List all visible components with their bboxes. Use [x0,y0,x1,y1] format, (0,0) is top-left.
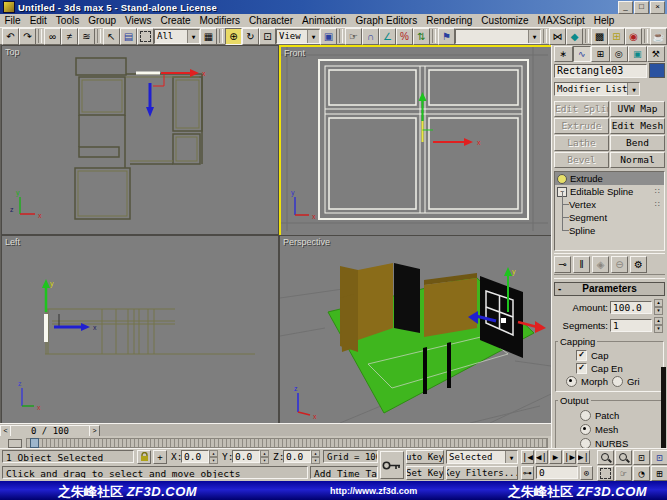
previous-frame-icon[interactable]: ◀| [535,450,548,464]
cap-end-option[interactable]: ✓ Cap En [576,363,661,374]
cap-start-option[interactable]: ✓ Cap [576,350,661,361]
redo-icon[interactable]: ↷ [19,28,36,45]
frame-marker[interactable] [30,438,39,448]
select-by-name-icon[interactable]: ▤ [120,28,137,45]
select-and-scale-icon[interactable]: ⊡ [259,28,276,45]
menu-animation[interactable]: Animation [298,15,351,27]
z-coordinate-field[interactable]: 0.0 [283,450,311,463]
rectangular-selection-region-icon[interactable] [137,28,154,45]
mirror-icon[interactable]: ⋈ [549,28,566,45]
y-coordinate-field[interactable]: 0.0 [232,450,260,463]
auto-key-button[interactable]: uto Key [406,450,444,464]
patch-option[interactable]: Patch [580,410,661,421]
track-view-icon[interactable]: ▩ [591,28,608,45]
select-and-rotate-icon[interactable]: ↻ [242,28,259,45]
align-icon[interactable]: ◆ [566,28,583,45]
modify-tab-icon[interactable]: ∿ [573,46,592,62]
restore-button[interactable]: □ [634,1,649,14]
spin-down-icon[interactable]: ▾ [209,457,218,464]
patch-radio[interactable] [580,410,591,421]
zoom-extents-icon[interactable]: ⊡ [633,450,650,465]
x-spinner[interactable]: ▴▾ [209,450,218,463]
next-frame-icon[interactable]: |▶ [563,450,576,464]
motion-tab-icon[interactable]: ◎ [610,46,629,62]
time-slider[interactable]: < 0 / 100 > [0,423,551,436]
key-mode-toggle-icon[interactable]: ⊶ [521,466,534,480]
absolute-transform-icon[interactable]: + [153,450,167,464]
menu-group[interactable]: Group [84,15,121,27]
set-key-button[interactable]: Set Key [406,466,444,480]
bevel-button[interactable]: Bevel [554,152,609,168]
use-pivot-center-icon[interactable]: ▣ [320,28,337,45]
z-spinner[interactable]: ▴▾ [311,450,320,463]
object-color-swatch[interactable] [649,63,665,78]
zoom-extents-all-icon[interactable]: ⊡ [651,450,667,465]
selection-filter-dropdown[interactable]: All▼ [154,29,200,44]
snap-toggle-3d-icon[interactable]: ∩ [362,28,379,45]
unlink-selection-icon[interactable]: ≠ [61,28,78,45]
time-configuration-icon[interactable]: ⊙ [580,466,593,480]
track-bar-ruler[interactable] [26,438,548,448]
viewport-left-canvas[interactable]: y x z x [2,236,278,423]
utilities-tab-icon[interactable]: ⚒ [647,46,666,62]
select-and-move-icon[interactable]: ⊕ [225,28,242,45]
bend-button[interactable]: Bend [610,135,665,151]
checkbox-checked-icon[interactable]: ✓ [576,350,587,361]
material-editor-icon[interactable]: ◉ [625,28,642,45]
menu-help[interactable]: Help [589,15,619,27]
segments-field[interactable]: 1 [610,319,652,332]
hierarchy-tab-icon[interactable]: ⊞ [591,46,610,62]
lathe-button[interactable]: Lathe [554,135,609,151]
zoom-icon[interactable] [597,450,614,465]
arc-rotate-icon[interactable]: ◔ [633,466,650,481]
go-to-start-icon[interactable]: |◀ [521,450,534,464]
mesh-option[interactable]: Mesh [580,424,661,435]
set-key-mode-icon[interactable] [380,451,404,479]
menu-graph-editors[interactable]: Graph Editors [351,15,422,27]
pin-stack-icon[interactable]: ⊸ [554,256,571,273]
remove-modifier-icon[interactable]: ⊖ [611,256,628,273]
percent-snap-icon[interactable]: % [396,28,413,45]
play-icon[interactable]: ▶ [549,450,562,464]
min-max-toggle-icon[interactable]: ⊞ [651,466,667,481]
configure-modifier-sets-icon[interactable]: ⚙ [630,256,647,273]
spin-down-icon[interactable]: ▾ [260,457,269,464]
spin-down-icon[interactable]: ▾ [654,307,663,315]
morph-radio[interactable] [566,376,577,387]
uvw-map-button[interactable]: UVW Map [610,101,665,117]
spin-down-icon[interactable]: ▾ [311,457,320,464]
angle-snap-icon[interactable]: ∠ [379,28,396,45]
named-selection-dropdown[interactable]: ▼ [455,29,541,44]
checkbox-checked-icon[interactable]: ✓ [576,363,587,374]
stack-item-vertex[interactable]: Vertex ∷ [555,198,664,211]
menu-edit[interactable]: Edit [25,15,51,27]
menu-maxscript[interactable]: MAXScript [533,15,589,27]
zoom-all-icon[interactable] [615,450,632,465]
make-unique-icon[interactable]: ◈ [592,256,609,273]
close-button[interactable]: × [650,1,665,14]
viewport-top[interactable]: Top [1,45,279,235]
display-tab-icon[interactable]: ▣ [628,46,647,62]
menu-customize[interactable]: Customize [477,15,533,27]
amount-spinner[interactable]: ▴▾ [654,299,663,315]
viewport-perspective-canvas[interactable]: y z x [280,236,551,423]
grid-radio[interactable] [612,376,623,387]
pan-icon[interactable]: ☞ [615,466,632,481]
menu-character[interactable]: Character [245,15,298,27]
select-and-manipulate-icon[interactable]: ☞ [345,28,362,45]
object-name-field[interactable]: Rectangle03 [554,64,647,78]
parameters-rollout-header[interactable]: - Parameters [554,282,665,296]
spin-up-icon[interactable]: ▴ [260,450,269,457]
menu-rendering[interactable]: Rendering [422,15,477,27]
viewport-front-canvas[interactable]: x y x [281,47,548,231]
menu-views[interactable]: Views [121,15,157,27]
select-and-link-icon[interactable]: ∞ [44,28,61,45]
go-to-end-icon[interactable]: ▶| [577,450,590,464]
lightbulb-icon[interactable] [557,174,567,184]
render-scene-icon[interactable]: ☕ [650,28,667,45]
selection-lock-icon[interactable] [137,450,151,464]
stack-item-spline[interactable]: Spline [555,224,664,237]
mesh-radio[interactable] [580,424,591,435]
amount-field[interactable]: 100.0 [610,301,652,314]
spin-down-icon[interactable]: ▾ [654,325,663,333]
